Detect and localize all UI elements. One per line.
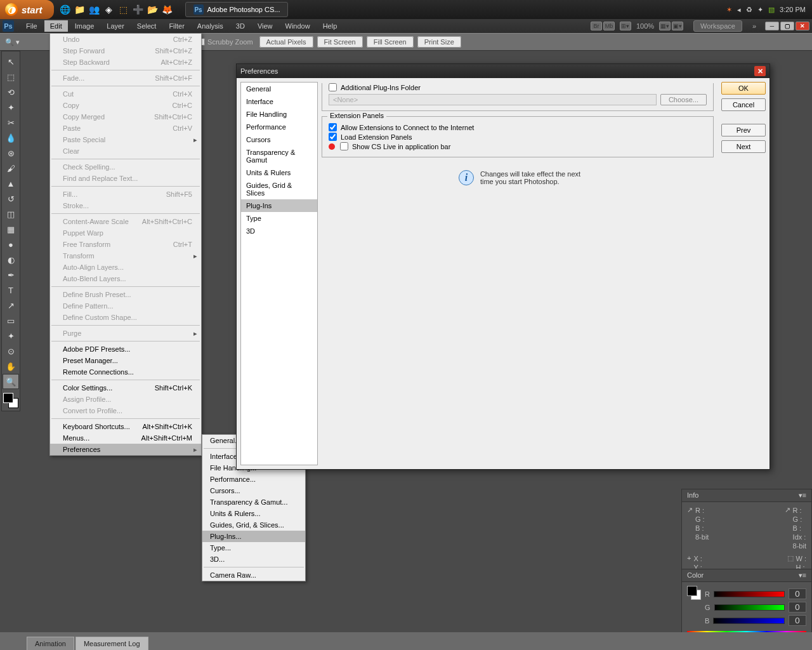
menu-item-fill-[interactable]: Fill...Shift+F5 (50, 189, 201, 200)
pref-cat-performance[interactable]: Performance (241, 121, 317, 133)
menubar-item-file[interactable]: File (20, 20, 43, 32)
tool-eraser[interactable]: ◫ (3, 207, 18, 221)
tool-quick-select[interactable]: ✦ (3, 100, 18, 114)
additional-plugins-checkbox[interactable]: Additional Plug-Ins Folder (329, 83, 707, 91)
tool-history-brush[interactable]: ↺ (3, 192, 18, 206)
menu-item-undo[interactable]: UndoCtrl+Z (50, 34, 201, 45)
pref-cat-file-handling[interactable]: File Handling (241, 108, 317, 121)
menu-item-cut[interactable]: CutCtrl+X (50, 88, 201, 100)
color-swatch[interactable] (687, 586, 701, 600)
messenger-icon[interactable]: 👥 (89, 4, 100, 15)
start-button[interactable]: ◑ start (0, 0, 54, 19)
pref-cat-interface[interactable]: Interface (241, 95, 317, 108)
menu-item-auto-align-layers-[interactable]: Auto-Align Layers... (50, 262, 201, 273)
menu-item-paste-special[interactable]: Paste Special (50, 134, 201, 145)
app-icon[interactable]: ◈ (104, 4, 114, 15)
screen-mode-icon[interactable]: ▣▾ (672, 22, 683, 30)
menubar-item-image[interactable]: Image (69, 20, 100, 32)
load-extension-panels-checkbox[interactable]: Load Extension Panels (329, 133, 707, 141)
menu-item-paste[interactable]: PasteCtrl+V (50, 123, 201, 134)
close-button[interactable]: ✕ (796, 22, 809, 30)
tool-zoom[interactable]: 🔍 (3, 375, 18, 388)
menu-item-clear[interactable]: Clear (50, 145, 201, 157)
menu-item-auto-blend-layers-[interactable]: Auto-Blend Layers... (50, 273, 201, 284)
menu-item-step-forward[interactable]: Step ForwardShift+Ctrl+Z (50, 45, 201, 56)
ok-button[interactable]: OK (721, 82, 766, 95)
pref-cat--d[interactable]: 3D (241, 225, 317, 237)
tool-brush[interactable]: 🖌 (3, 161, 18, 175)
pref-cat-guides-grid-slices[interactable]: Guides, Grid & Slices (241, 179, 317, 199)
submenu-item-plug-ins-[interactable]: Plug-Ins... (202, 531, 305, 542)
menu-item-fade-[interactable]: Fade...Shift+Ctrl+F (50, 72, 201, 84)
slider-g[interactable] (714, 604, 785, 611)
menubar-item-edit[interactable]: Edit (44, 20, 68, 32)
menubar-item-help[interactable]: Help (317, 20, 343, 32)
menu-item-step-backward[interactable]: Step BackwardAlt+Ctrl+Z (50, 56, 201, 68)
menu-item-transform[interactable]: Transform (50, 250, 201, 262)
nvidia-icon[interactable]: ▧ (768, 6, 775, 14)
view-extras-icon[interactable]: ⊞▾ (620, 22, 631, 30)
tray-icon[interactable]: ✦ (757, 6, 763, 14)
menu-item-puppet-warp[interactable]: Puppet Warp (50, 227, 201, 239)
tray-icon[interactable]: ✶ (726, 6, 732, 14)
menubar-item-analysis[interactable]: Analysis (192, 20, 229, 32)
menubar-item-window[interactable]: Window (280, 20, 316, 32)
app-icon-3[interactable]: ➕ (133, 4, 143, 15)
menu-item-keyboard-shortcuts-[interactable]: Keyboard Shortcuts...Alt+Shift+Ctrl+K (50, 421, 201, 432)
cancel-button[interactable]: Cancel (721, 98, 766, 111)
tray-icon[interactable]: ♻ (746, 6, 752, 14)
menu-item-purge[interactable]: Purge (50, 328, 201, 339)
tool-hand[interactable]: ✋ (3, 359, 18, 373)
pref-cat-units-rulers[interactable]: Units & Rulers (241, 166, 317, 179)
clock[interactable]: 3:20 PM (780, 6, 806, 13)
workspace-button[interactable]: Workspace (693, 20, 742, 32)
tool-3d-cam[interactable]: ⊙ (3, 344, 18, 358)
tool-pen[interactable]: ✒ (3, 268, 18, 282)
next-button[interactable]: Next (721, 140, 766, 153)
value-g[interactable] (789, 602, 806, 613)
prev-button[interactable]: Prev (721, 124, 766, 136)
pref-cat-cursors[interactable]: Cursors (241, 133, 317, 146)
menu-item-define-brush-preset-[interactable]: Define Brush Preset... (50, 289, 201, 300)
zoom-tool-icon[interactable]: 🔍 ▾ (5, 38, 20, 46)
menu-item-menus-[interactable]: Menus...Alt+Shift+Ctrl+M (50, 432, 201, 444)
submenu-item-type-[interactable]: Type... (202, 542, 305, 554)
menu-item-remote-connections-[interactable]: Remote Connections... (50, 366, 201, 378)
menu-item-copy[interactable]: CopyCtrl+C (50, 100, 201, 111)
menubar-item-select[interactable]: Select (131, 20, 162, 32)
launch-bridge-icon[interactable]: Br (591, 22, 602, 30)
tool-shape[interactable]: ▭ (3, 314, 18, 328)
tool-lasso[interactable]: ⟲ (3, 85, 18, 99)
menu-item-assign-profile-[interactable]: Assign Profile... (50, 394, 201, 405)
menu-item-content-aware-scale[interactable]: Content-Aware ScaleAlt+Shift+Ctrl+C (50, 216, 201, 227)
tool-3d[interactable]: ✦ (3, 329, 18, 343)
explorer-icon[interactable]: 📁 (75, 4, 85, 15)
menubar-item-view[interactable]: View (252, 20, 278, 32)
panel-menu-icon[interactable]: ▾≡ (799, 571, 806, 580)
menu-item-preset-manager-[interactable]: Preset Manager... (50, 355, 201, 366)
submenu-item-guides-grid-slices-[interactable]: Guides, Grid, & Slices... (202, 519, 305, 531)
pref-cat-transparency-gamut[interactable]: Transparency & Gamut (241, 146, 317, 166)
firefox-icon[interactable]: 🦊 (162, 4, 173, 15)
option-fill-screen[interactable]: Fill Screen (367, 36, 414, 48)
color-swatch[interactable] (3, 393, 18, 408)
tab-animation[interactable]: Animation (27, 637, 74, 650)
panel-menu-icon[interactable]: ▾≡ (799, 491, 806, 500)
menubar-item-filter[interactable]: Filter (163, 20, 190, 32)
maximize-button[interactable]: ▢ (780, 22, 794, 30)
app-icon-2[interactable]: ⬚ (119, 4, 129, 15)
option-fit-screen[interactable]: Fit Screen (317, 36, 363, 48)
tool-marquee[interactable]: ⬚ (3, 70, 18, 84)
submenu-item--d-[interactable]: 3D... (202, 554, 305, 565)
tool-dodge[interactable]: ◐ (3, 253, 18, 267)
submenu-item-units-rulers-[interactable]: Units & Rulers... (202, 508, 305, 519)
tool-blur[interactable]: ● (3, 237, 18, 251)
slider-b[interactable] (713, 618, 785, 624)
arrange-documents-icon[interactable]: ▦▾ (659, 22, 671, 30)
menu-item-find-and-replace-text-[interactable]: Find and Replace Text... (50, 173, 201, 184)
value-b[interactable] (789, 615, 806, 626)
folder-icon[interactable]: 📂 (148, 4, 158, 15)
option-print-size[interactable]: Print Size (417, 36, 461, 48)
submenu-item-cursors-[interactable]: Cursors... (202, 485, 305, 496)
pref-cat-plug-ins[interactable]: Plug-Ins (241, 199, 317, 212)
